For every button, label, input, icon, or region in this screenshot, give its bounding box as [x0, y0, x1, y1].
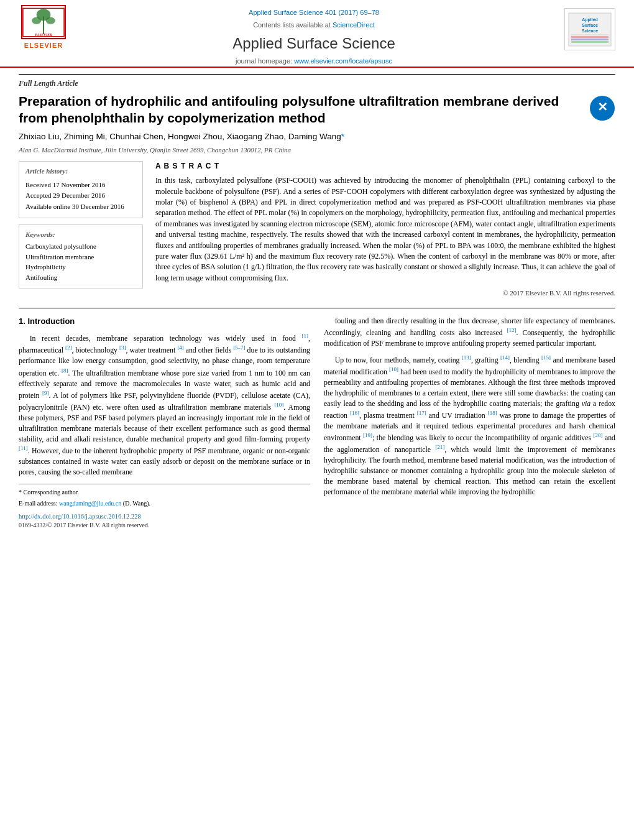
elsevier-logo-section: ELSEVIER ELSEVIER: [19, 5, 68, 50]
intro-paragraph-1: In recent decades, membrane separation t…: [19, 332, 310, 478]
intro-paragraph-3: Up to now, four methods, namely, coating…: [324, 354, 615, 498]
article-title: Preparation of hydrophilic and antifouli…: [19, 93, 583, 127]
article-type: Full Length Article: [19, 74, 615, 89]
article-info-box: Article history: Received 17 November 20…: [19, 161, 143, 218]
svg-text:Science: Science: [582, 29, 599, 33]
ref-2: [2]: [65, 344, 72, 351]
ref-10b: [10]: [389, 366, 398, 372]
section-1-heading: 1. Introduction: [19, 316, 310, 328]
ref-19: [19]: [363, 432, 372, 438]
left-column: Article history: Received 17 November 20…: [19, 161, 143, 298]
ref-18: [18]: [488, 410, 497, 416]
abstract-title: A B S T R A C T: [155, 161, 615, 172]
copyright-line: © 2017 Elsevier B.V. All rights reserved…: [155, 288, 615, 298]
ref-5-7: [5–7]: [233, 344, 246, 351]
ref-15: [15]: [541, 354, 551, 361]
keyword-1: Carboxylated polysulfone: [25, 242, 136, 251]
main-col-right: fouling and then directly resulting in t…: [324, 316, 615, 530]
svg-rect-11: [571, 36, 609, 38]
header-center: Applied Surface Science 401 (2017) 69–78…: [75, 5, 553, 67]
ref-3: [3]: [119, 344, 126, 351]
contents-line: Contents lists available at ScienceDirec…: [75, 21, 553, 30]
page-container: ELSEVIER ELSEVIER Applied Surface Scienc…: [0, 0, 634, 840]
svg-rect-12: [571, 39, 609, 40]
crossmark-logo[interactable]: ✕: [589, 95, 615, 121]
article-title-section: Preparation of hydrophilic and antifouli…: [19, 93, 615, 127]
info-abstract-columns: Article history: Received 17 November 20…: [19, 161, 615, 298]
footnote-section: * Corresponding author. E-mail address: …: [19, 484, 310, 508]
main-col-left: 1. Introduction In recent decades, membr…: [19, 316, 310, 530]
corresponding-marker: *: [341, 132, 344, 141]
abstract-text: In this task, carboxylated polysulfone (…: [155, 175, 615, 284]
affiliation: Alan G. MacDiarmid Institute, Jilin Univ…: [19, 145, 615, 155]
received-date: Received 17 November 2016: [25, 180, 136, 190]
keyword-3: Hydrophilicity: [25, 262, 136, 272]
svg-text:Surface: Surface: [582, 23, 598, 27]
article-body: Full Length Article Preparation of hydro…: [0, 68, 634, 543]
main-two-col: 1. Introduction In recent decades, membr…: [19, 316, 615, 530]
svg-point-3: [32, 17, 41, 24]
sciencedirect-link[interactable]: ScienceDirect: [333, 21, 375, 29]
journal-volume-info: Applied Surface Science 401 (2017) 69–78: [75, 8, 553, 17]
right-column: A B S T R A C T In this task, carboxylat…: [155, 161, 615, 298]
header: ELSEVIER ELSEVIER Applied Surface Scienc…: [0, 0, 634, 68]
ref-14: [14]: [500, 354, 510, 361]
keyword-4: Antifouling: [25, 273, 136, 282]
footnote-email-link[interactable]: wangdaming@jlu.edu.cn: [59, 500, 121, 507]
footnote-corresponding: * Corresponding author.: [19, 488, 310, 497]
journal-title: Applied Surface Science: [75, 33, 553, 54]
ref-13: [13]: [462, 354, 471, 361]
journal-logo: Applied Surface Science: [564, 8, 615, 50]
journal-homepage: journal homepage: www.elsevier.com/locat…: [75, 57, 553, 66]
svg-point-4: [46, 17, 55, 24]
elsevier-logo-box: ELSEVIER: [21, 5, 66, 39]
ref-16: [16]: [350, 410, 359, 416]
ref-8: [8]: [62, 367, 68, 374]
ref-12: [12]: [507, 327, 517, 333]
header-right: Applied Surface Science: [559, 5, 615, 50]
footnote-email: E-mail address: wangdaming@jlu.edu.cn (D…: [19, 499, 310, 509]
accepted-date: Accepted 29 December 2016: [25, 191, 136, 200]
ref-11: [11]: [19, 445, 28, 451]
journal-homepage-link[interactable]: www.elsevier.com/locate/apsusc: [294, 57, 392, 65]
issn-line: 0169-4332/© 2017 Elsevier B.V. All right…: [19, 521, 310, 530]
ref-10: [10]: [274, 402, 283, 408]
keyword-2: Ultrafiltration membrane: [25, 252, 136, 262]
intro-paragraph-2: fouling and then directly resulting in t…: [324, 316, 615, 349]
ref-17: [17]: [417, 410, 426, 416]
available-date: Available online 30 December 2016: [25, 202, 136, 211]
ref-21: [21]: [435, 444, 444, 450]
ref-4: [4]: [177, 344, 184, 351]
main-content: 1. Introduction In recent decades, membr…: [19, 308, 615, 530]
svg-text:Applied: Applied: [582, 17, 598, 22]
ref-20: [20]: [593, 432, 602, 438]
svg-text:✕: ✕: [597, 100, 608, 114]
ref-1: [1]: [302, 333, 309, 339]
doi-link[interactable]: http://dx.doi.org/10.1016/j.apsusc.2016.…: [19, 512, 310, 521]
authors: Zhixiao Liu, Zhiming Mi, Chunhai Chen, H…: [19, 131, 615, 143]
svg-text:ELSEVIER: ELSEVIER: [34, 32, 52, 36]
svg-rect-13: [571, 41, 609, 43]
elsevier-wordmark: ELSEVIER: [24, 41, 63, 50]
ref-9: [9]: [42, 390, 49, 396]
article-info-title: Article history:: [25, 167, 136, 176]
keywords-box: Keywords: Carboxylated polysulfone Ultra…: [19, 224, 143, 288]
keywords-title: Keywords:: [25, 230, 136, 239]
